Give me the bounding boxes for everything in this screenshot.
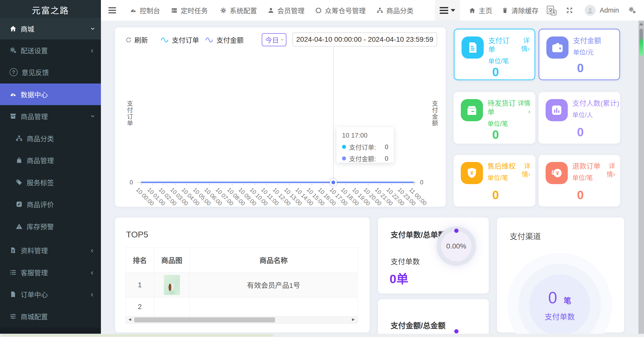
nav-item-goods-category[interactable]: 商品分类: [376, 0, 413, 21]
sidebar-item-mall-config[interactable]: 商城配置: [0, 306, 101, 327]
legend-pay-orders[interactable]: 支付订单: [160, 35, 199, 45]
sidebar-item-material-management[interactable]: 资料管理 ‹: [0, 239, 101, 261]
chevron-down-icon: ‹: [88, 27, 96, 30]
svg-text:¥: ¥: [556, 170, 559, 176]
date-range-select[interactable]: 今日 ‹: [262, 33, 286, 46]
detail-link[interactable]: 详情›: [601, 162, 615, 184]
stat-unit: 单位/元: [573, 47, 601, 56]
sidebar-item-shop[interactable]: 商城 ‹: [0, 18, 101, 39]
chart-crosshair-line: [333, 46, 334, 183]
sidebar-item-goods-management-parent[interactable]: 商品管理 ‹: [0, 105, 101, 127]
nav-item-scheduled-tasks[interactable]: 定时任务: [171, 0, 208, 21]
scroll-left-icon[interactable]: ◄: [128, 317, 132, 322]
settings-button[interactable]: [628, 0, 636, 21]
x-axis-tick: [323, 183, 323, 185]
top5-card: TOP5 排名 商品图 商品名称 1 有效会员产品1号 2 ◄ ►: [115, 218, 370, 332]
x-axis-tick: [380, 183, 380, 185]
nav-item-crowdfunding-management[interactable]: 众筹仓号管理: [315, 0, 366, 21]
translate-icon: 文A: [547, 6, 555, 14]
detail-link[interactable]: 详情 ›: [516, 99, 530, 128]
stat-unit: 单位/笔: [487, 173, 516, 182]
legend-pay-amount[interactable]: 支付金额: [205, 35, 244, 45]
sidebar-toggle-button[interactable]: [108, 0, 116, 21]
nav-item-system-config[interactable]: 系统配置: [220, 0, 257, 21]
wave-icon: [205, 37, 214, 43]
list-icon: [10, 269, 17, 276]
tooltip-row: 支付订单: 0: [342, 142, 388, 151]
stat-title: 待发货订单: [487, 99, 516, 117]
sidebar-item-label: 资料管理: [21, 245, 48, 255]
file-text-icon: [10, 247, 17, 254]
x-axis-tick: [391, 183, 392, 185]
x-axis-tick: [141, 183, 141, 185]
refresh-label: 刷新: [134, 35, 148, 45]
sidebar-item-stock-warning[interactable]: 库存预警: [0, 216, 101, 237]
sidebar-item-label: 商城: [21, 24, 34, 34]
nav-list-menu-button[interactable]: [435, 0, 460, 21]
refresh-button[interactable]: 刷新: [125, 35, 148, 45]
fullscreen-button[interactable]: [566, 0, 573, 21]
nav-item-label: 清除缓存: [511, 6, 539, 15]
nav-item-console[interactable]: 控制台: [130, 0, 160, 21]
horizontal-scrollbar[interactable]: [0, 334, 644, 337]
user-menu[interactable]: Admin: [585, 0, 619, 21]
stat-title: 售后维权: [487, 162, 516, 171]
stat-unit: 单位/笔: [488, 56, 515, 65]
gears-icon: [10, 47, 17, 54]
detail-link[interactable]: 详情›: [515, 36, 529, 65]
nav-item-member-management[interactable]: 会员管理: [268, 0, 305, 21]
home-icon: [469, 7, 476, 14]
sidebar-item-delivery-settings[interactable]: 配送设置 ‹: [0, 39, 101, 61]
nav-item-homepage[interactable]: 主页: [469, 0, 492, 21]
datetime-range-input[interactable]: 2024-04-10 00:00:00 - 2024-04-10 23:59:5…: [292, 32, 437, 47]
gears-icon: [628, 7, 636, 14]
nav-item-clear-cache[interactable]: 清除缓存: [502, 0, 539, 21]
highlighted-data-point: [330, 179, 337, 186]
table-horizontal-scrollbar[interactable]: ◄ ►: [125, 316, 358, 324]
stat-unit: 单位/笔: [487, 119, 516, 128]
detail-link[interactable]: 详情›: [516, 162, 530, 184]
stat-card-pay-orders: 支付订单 单位/笔 详情› 0: [454, 29, 535, 80]
trash-icon: [502, 7, 508, 14]
stat-value: 0: [461, 188, 530, 202]
chart-tooltip: 10 17:00 支付订单: 0 支付金额: 0: [336, 127, 394, 163]
scrollbar-thumb[interactable]: [639, 29, 643, 56]
caret-down-icon: [451, 9, 455, 12]
stat-title: 支付人数(累计): [572, 99, 618, 108]
sidebar-item-service-tags[interactable]: 服务标签: [0, 172, 101, 193]
refund-icon: ¥: [546, 162, 568, 184]
nav-item-label: 主页: [479, 6, 492, 15]
archive-icon: [10, 113, 17, 120]
sidebar-item-customer-service[interactable]: 客服管理 ‹: [0, 262, 101, 283]
pay-channel-card: 支付渠道 0 笔 支付单数: [497, 218, 624, 332]
sidebar-item-goods-review[interactable]: 商品评价: [0, 193, 101, 215]
menu-bars-icon: [440, 7, 448, 14]
sidebar-item-order-center[interactable]: 订单中心 ‹: [0, 283, 101, 305]
tooltip-row: 支付金额: 0: [342, 154, 388, 163]
vertical-scrollbar[interactable]: [638, 21, 644, 337]
scrollbar-thumb[interactable]: [2, 334, 273, 336]
nav-item-label: 控制台: [140, 6, 160, 15]
bar-chart-icon: [546, 99, 568, 121]
ratio-title: 支付金额/总金额: [391, 319, 445, 330]
sidebar-item-feedback[interactable]: ? 意见反馈: [0, 61, 101, 83]
cell-image: [154, 298, 190, 316]
sidebar-item-label: 客服管理: [21, 268, 48, 277]
stat-card-after-sales: ¥ 售后维权 单位/笔 详情› 0: [454, 155, 535, 206]
scroll-right-icon[interactable]: ►: [351, 317, 356, 322]
scroll-up-icon[interactable]: [639, 23, 643, 25]
fullscreen-icon: [566, 7, 573, 14]
sidebar-item-goods-category[interactable]: 商品分类: [0, 128, 101, 149]
table-row: 2: [126, 298, 358, 316]
table-row: 1 有效会员产品1号: [126, 273, 358, 298]
language-switch-button[interactable]: 文A: [547, 0, 555, 21]
sidebar-item-label: 库存预警: [27, 222, 54, 231]
top5-table: 排名 商品图 商品名称 1 有效会员产品1号 2: [125, 247, 358, 316]
scrollbar-thumb[interactable]: [134, 317, 275, 322]
sidebar-item-data-center[interactable]: 数据中心: [0, 83, 101, 105]
sidebar-item-label: 意见反馈: [22, 67, 49, 77]
pay-amount-ratio-card: 支付金额/总金额: [378, 299, 489, 337]
user-icon: [268, 7, 274, 14]
tag-icon: [16, 179, 23, 186]
sidebar-item-goods-manage[interactable]: 商品管理: [0, 149, 101, 171]
